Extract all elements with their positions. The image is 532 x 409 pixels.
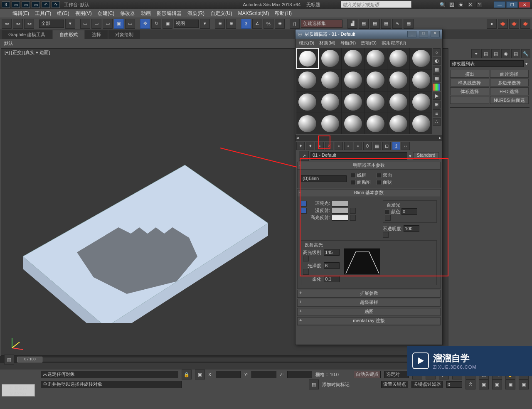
- vp-fov-icon[interactable]: ▣: [505, 379, 515, 389]
- refcoord-dropdown[interactable]: 视图: [174, 20, 199, 28]
- bind-icon[interactable]: ⫘: [24, 19, 34, 29]
- y-field[interactable]: [251, 371, 276, 378]
- putlib-icon[interactable]: ▫: [354, 142, 362, 150]
- uvtile-icon[interactable]: ▦: [433, 74, 441, 82]
- sample-slot[interactable]: [365, 69, 387, 91]
- selfilter-icon[interactable]: ▾: [65, 19, 75, 29]
- sample-slot[interactable]: [342, 91, 364, 113]
- snap-icon[interactable]: 3: [241, 19, 251, 29]
- help-search-input[interactable]: [341, 1, 411, 8]
- matdlg-min[interactable]: _: [407, 31, 416, 37]
- sample-slot[interactable]: [319, 48, 342, 69]
- time-slider-head[interactable]: 0 / 100: [17, 357, 42, 362]
- selcross-icon[interactable]: ▭: [125, 19, 135, 29]
- rotate-icon[interactable]: ↻: [151, 19, 161, 29]
- anglesnap-icon[interactable]: ∠: [252, 19, 262, 29]
- menu-custom[interactable]: 自定义(U): [210, 10, 232, 17]
- sample-slot[interactable]: [365, 113, 387, 134]
- tab-freeform[interactable]: 自由形式: [53, 30, 84, 39]
- search-icon[interactable]: 🔍: [440, 2, 446, 7]
- options-icon[interactable]: ⊞: [433, 101, 441, 108]
- rollout-ss-header[interactable]: +超级采样: [298, 299, 440, 307]
- link-icon[interactable]: ⫘: [2, 19, 12, 29]
- editset-icon[interactable]: {}: [290, 19, 300, 29]
- quick-render-icon[interactable]: 🫖: [520, 19, 530, 29]
- showend-icon[interactable]: ⊡: [382, 142, 391, 150]
- cp-modify-icon[interactable]: ▤: [481, 49, 490, 58]
- matmenu-util[interactable]: 实用程序(U): [382, 40, 406, 46]
- menu-view[interactable]: 视图(V): [75, 10, 92, 17]
- modifier-stack[interactable]: [450, 107, 530, 108]
- gotoparent-icon[interactable]: ↥: [392, 142, 400, 150]
- workspace-label[interactable]: 工作台: 默认: [64, 2, 89, 8]
- spinnersnap-icon[interactable]: ⊕: [275, 19, 285, 29]
- matedit-icon[interactable]: ●: [487, 19, 497, 29]
- sample-slot[interactable]: [342, 69, 364, 91]
- colorcheck-icon[interactable]: [433, 83, 441, 91]
- tab-objpaint[interactable]: 对象绘制: [108, 30, 140, 39]
- cp-hierarchy-icon[interactable]: ▤: [491, 49, 500, 58]
- lock-icon[interactable]: 🔒: [182, 370, 192, 379]
- selection-filter[interactable]: 全部: [39, 20, 64, 28]
- schview-icon[interactable]: ▤: [404, 19, 414, 29]
- makecopy-icon[interactable]: ▫: [335, 142, 343, 150]
- menu-graph[interactable]: 图形编辑器: [157, 10, 182, 17]
- sample-slot[interactable]: [319, 91, 342, 113]
- selname-icon[interactable]: ▭: [91, 19, 101, 29]
- move-icon[interactable]: ✥: [140, 19, 150, 29]
- mod-ffdsel[interactable]: FFD 选择: [490, 87, 529, 95]
- close-button[interactable]: ✕: [519, 1, 530, 8]
- sample-slot[interactable]: [387, 69, 410, 91]
- help-icon[interactable]: ?: [476, 2, 482, 7]
- matmenu-opt[interactable]: 选项(O): [361, 40, 377, 46]
- pctsnap-icon[interactable]: %: [264, 19, 273, 29]
- sample-slot[interactable]: [410, 48, 432, 69]
- getmat-icon[interactable]: ✦: [296, 142, 305, 150]
- makepreview-icon[interactable]: ▶: [433, 92, 441, 100]
- sample-slot[interactable]: [387, 48, 410, 69]
- restore-button[interactable]: ❐: [506, 1, 518, 8]
- mod-empty[interactable]: [450, 96, 489, 104]
- mod-nurbs[interactable]: NURBS 曲面选: [490, 96, 529, 104]
- menu-modifier[interactable]: 修改器: [120, 10, 135, 17]
- exchange-icon[interactable]: ✕: [467, 2, 473, 7]
- rollout-mr-header[interactable]: +mental ray 连接: [298, 318, 440, 325]
- pivot-icon[interactable]: ▾: [200, 19, 210, 29]
- keyfilter-button[interactable]: 关键点过滤器: [411, 381, 443, 388]
- timecfg-icon[interactable]: ⏱: [466, 379, 475, 389]
- sample-slot[interactable]: [410, 113, 432, 134]
- addtime-label[interactable]: 添加时间标记: [322, 382, 350, 388]
- selectby-icon[interactable]: ≡: [433, 109, 441, 117]
- menu-help[interactable]: 帮助(H): [275, 10, 292, 17]
- putscene-icon[interactable]: ✦: [306, 142, 314, 150]
- menu-render[interactable]: 渲染(R): [187, 10, 204, 17]
- vp-max-icon[interactable]: ▣: [519, 379, 529, 389]
- z-field[interactable]: [287, 371, 312, 378]
- rollout-maps-header[interactable]: +贴图: [298, 308, 440, 316]
- sample-slot[interactable]: [319, 113, 342, 134]
- sample-slot[interactable]: [342, 113, 364, 134]
- background-icon[interactable]: ▦: [433, 66, 441, 74]
- modlist-dropdown-icon[interactable]: ▾: [524, 61, 530, 67]
- sample-slot[interactable]: [296, 113, 319, 134]
- matmapnav-icon[interactable]: ∴: [433, 118, 441, 126]
- soften-spinner[interactable]: 0.1: [324, 276, 340, 282]
- sample-slot[interactable]: [410, 69, 432, 91]
- sample-slot[interactable]: [387, 91, 410, 113]
- sample-slot-1[interactable]: [296, 48, 319, 69]
- align-icon[interactable]: ▤: [359, 19, 369, 29]
- timeconfig-icon[interactable]: ▤: [4, 355, 14, 365]
- mod-polysel[interactable]: 多边形选择: [490, 79, 529, 86]
- setkey-button[interactable]: 设置关键点: [381, 381, 408, 388]
- app-icon[interactable]: 3: [2, 1, 10, 8]
- named-selset[interactable]: 创建选择集: [301, 20, 342, 28]
- showmap-icon[interactable]: ▦: [373, 142, 381, 150]
- qa-save-icon[interactable]: ▭: [32, 1, 40, 8]
- viewport-label[interactable]: [+] [正交] [真实 + 边面]: [5, 49, 50, 56]
- selwindow-icon[interactable]: ▣: [114, 19, 124, 29]
- rendersetup-icon[interactable]: 🫖: [509, 19, 519, 29]
- ribbon-default[interactable]: 默认: [4, 40, 13, 47]
- mod-volsel[interactable]: 体积选择: [450, 87, 489, 95]
- mod-splinesel[interactable]: 样条线选择: [450, 79, 489, 86]
- menu-maxscript[interactable]: MAXScript(M): [238, 10, 269, 16]
